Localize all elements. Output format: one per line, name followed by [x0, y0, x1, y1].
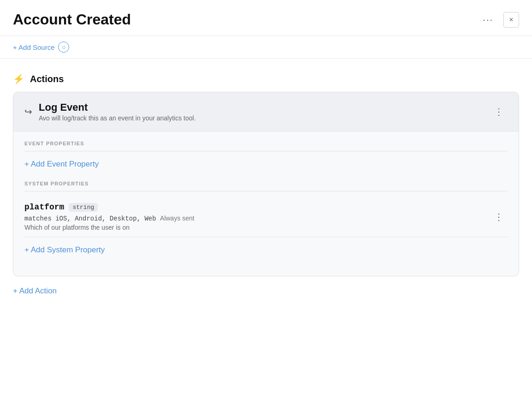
action-card: ↪ Log Event Avo will log/track this as a…	[13, 92, 519, 276]
event-properties-section: EVENT PROPERTIES + Add Event Property	[24, 141, 508, 172]
header-actions: ··· ×	[478, 12, 519, 28]
action-card-body: EVENT PROPERTIES + Add Event Property SY…	[13, 131, 519, 276]
action-card-title: Log Event	[39, 101, 196, 113]
actions-section: ⚡ Actions ↪ Log Event Avo will log/track…	[13, 73, 519, 298]
property-type-badge: string	[69, 203, 98, 212]
add-source-link[interactable]: + Add Source ○	[13, 42, 69, 53]
platform-property-row: platform string matches iOS, Android, De…	[24, 197, 508, 237]
system-properties-section: SYSTEM PROPERTIES platform string matche…	[24, 181, 508, 257]
property-description: Which of our platforms the user is on	[24, 224, 491, 231]
matches-text: matches iOS, Android, Desktop, Web	[24, 215, 156, 222]
close-button[interactable]: ×	[503, 12, 519, 28]
system-properties-label: SYSTEM PROPERTIES	[24, 181, 508, 191]
section-header: ⚡ Actions	[13, 73, 519, 84]
property-name-row: platform string	[24, 203, 491, 212]
page-header: Account Created ··· ×	[0, 0, 532, 36]
action-card-description: Avo will log/track this as an event in y…	[39, 114, 196, 122]
add-system-property-button[interactable]: + Add System Property	[24, 243, 105, 257]
add-action-button[interactable]: + Add Action	[13, 284, 57, 298]
platform-property-info: platform string matches iOS, Android, De…	[24, 203, 491, 231]
add-event-property-button[interactable]: + Add Event Property	[24, 157, 99, 172]
add-source-bar: + Add Source ○	[0, 36, 532, 59]
action-card-left: ↪ Log Event Avo will log/track this as a…	[24, 101, 196, 122]
action-more-button[interactable]: ⋮	[491, 105, 508, 118]
event-properties-label: EVENT PROPERTIES	[24, 141, 508, 151]
always-sent-badge: Always sent	[160, 214, 195, 222]
content-area: ⚡ Actions ↪ Log Event Avo will log/track…	[0, 59, 532, 310]
log-event-icon: ↪	[24, 106, 32, 117]
page-title: Account Created	[13, 11, 131, 28]
action-card-header: ↪ Log Event Avo will log/track this as a…	[13, 92, 519, 131]
property-more-button[interactable]: ⋮	[491, 210, 508, 223]
lightning-icon: ⚡	[13, 73, 24, 84]
more-options-button[interactable]: ···	[478, 12, 498, 28]
property-matches: matches iOS, Android, Desktop, Web Alway…	[24, 214, 491, 222]
section-title: Actions	[30, 74, 64, 84]
add-source-icon: ○	[58, 42, 69, 53]
add-source-label: + Add Source	[13, 43, 54, 51]
action-card-info: Log Event Avo will log/track this as an …	[39, 101, 196, 122]
property-name: platform	[24, 203, 64, 212]
